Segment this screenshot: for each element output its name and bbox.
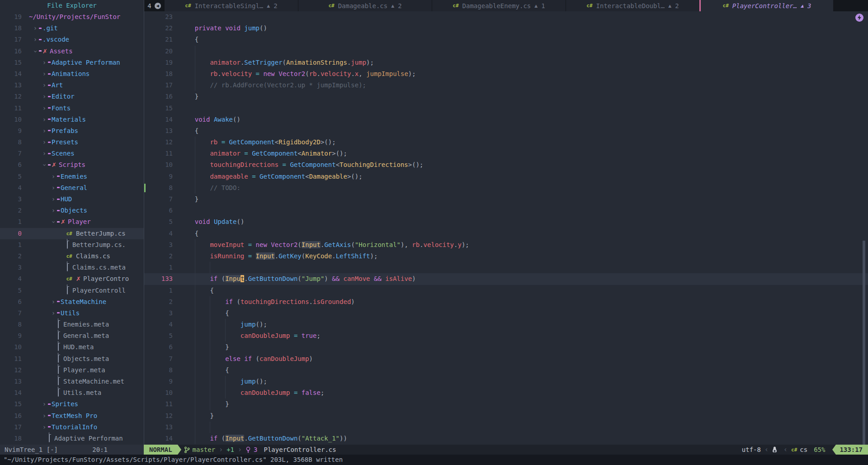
tree-item[interactable]: 6›✗Scripts bbox=[0, 159, 144, 171]
tab-damageable-cs[interactable]: c#Damageable.cs▲2 bbox=[298, 0, 432, 11]
tree-item[interactable]: 7›Utils bbox=[0, 308, 144, 319]
code-line[interactable]: 8 // TODO: bbox=[144, 182, 868, 194]
code-line[interactable]: 10 touchingDirections = GetComponent<Tou… bbox=[144, 159, 868, 171]
tree-item[interactable]: 12Player.meta bbox=[0, 365, 144, 376]
back-circle-icon[interactable]: ◀ bbox=[155, 3, 161, 9]
tree-item[interactable]: 15›Adaptive Performan bbox=[0, 57, 144, 68]
chevron-right-icon[interactable]: › bbox=[41, 80, 48, 91]
chevron-right-icon[interactable]: › bbox=[41, 91, 48, 102]
code-line[interactable]: 2 isRunning = Input.GetKey(KeyCode.LeftS… bbox=[144, 251, 868, 262]
code-line[interactable]: 3 { bbox=[144, 308, 868, 319]
chevron-right-icon[interactable]: › bbox=[41, 399, 48, 410]
tree-item[interactable]: 16›✗Assets bbox=[0, 46, 144, 57]
tree-item[interactable]: 17›.vscode bbox=[0, 34, 144, 45]
code-line[interactable]: 2 if (touchingDirections.isGrounded) bbox=[144, 296, 868, 308]
code-line[interactable]: 7 } bbox=[144, 194, 868, 205]
scrollbar-thumb[interactable] bbox=[863, 241, 865, 445]
tree-item[interactable]: 9›Prefabs bbox=[0, 125, 144, 137]
chevron-right-icon[interactable]: › bbox=[32, 23, 39, 34]
tree-item[interactable]: 13›Art bbox=[0, 80, 144, 91]
code-line[interactable]: 9 jump(); bbox=[144, 376, 868, 387]
code-line[interactable]: 133 if (Input.GetButtonDown("Jump") && c… bbox=[144, 273, 868, 285]
chevron-right-icon[interactable]: › bbox=[50, 296, 57, 308]
code-line[interactable]: 14 if (Input.GetButtonDown("Attack_1")) bbox=[144, 433, 868, 444]
chevron-right-icon[interactable]: › bbox=[41, 114, 48, 125]
tree-item[interactable]: 11›Fonts bbox=[0, 103, 144, 114]
code-line[interactable]: 4 { bbox=[144, 228, 868, 239]
tab-damageableenemy-cs[interactable]: c#DamageableEnemy.cs▲1 bbox=[432, 0, 566, 11]
assistant-lightning-icon[interactable] bbox=[855, 14, 863, 22]
tree-item[interactable]: 5PlayerControll bbox=[0, 285, 144, 296]
tree-item[interactable]: 15›Sprites bbox=[0, 399, 144, 410]
tree-item[interactable]: 4›General bbox=[0, 182, 144, 194]
code-line[interactable]: 7 else if (canDoubleJump) bbox=[144, 353, 868, 365]
tree-item[interactable]: 18Adaptive Performan bbox=[0, 433, 144, 444]
tree-item[interactable]: 3Claims.cs.meta bbox=[0, 262, 144, 273]
tab-interactabledoubl-[interactable]: c#InteractableDoubl…▲2 bbox=[566, 0, 699, 11]
chevron-right-icon[interactable]: › bbox=[41, 68, 48, 80]
code-line[interactable]: 1 { bbox=[144, 285, 868, 296]
chevron-right-icon[interactable]: › bbox=[41, 137, 48, 148]
tree-item[interactable]: 10HUD.meta bbox=[0, 342, 144, 353]
code-line[interactable]: 22 private void jump() bbox=[144, 23, 868, 34]
code-line[interactable]: 8 { bbox=[144, 365, 868, 376]
tab-playercontroller-[interactable]: c#PlayerController…▲3 bbox=[699, 0, 833, 11]
chevron-right-icon[interactable]: › bbox=[41, 57, 48, 68]
tree-item[interactable]: 1›✗Player bbox=[0, 216, 144, 228]
chevron-right-icon[interactable]: › bbox=[32, 34, 39, 45]
chevron-right-icon[interactable]: › bbox=[50, 308, 57, 319]
code-line[interactable]: 6 } bbox=[144, 342, 868, 353]
code-line[interactable]: 20 bbox=[144, 46, 868, 57]
tree-item[interactable]: 4c#✗PlayerContro bbox=[0, 273, 144, 285]
tree-item[interactable]: 18›.git bbox=[0, 23, 144, 34]
code-line[interactable]: 1 bbox=[144, 262, 868, 273]
code-line[interactable]: 23 bbox=[144, 11, 868, 23]
code-line[interactable]: 3 moveInput = new Vector2(Input.GetAxis(… bbox=[144, 239, 868, 251]
code-line[interactable]: 16 } bbox=[144, 91, 868, 102]
chevron-right-icon[interactable]: › bbox=[41, 125, 48, 137]
code-line[interactable]: 10 canDoubleJump = false; bbox=[144, 387, 868, 399]
code-line[interactable]: 21 { bbox=[144, 34, 868, 45]
code-line[interactable]: 18 rb.velocity = new Vector2(rb.velocity… bbox=[144, 68, 868, 80]
code-line[interactable]: 12 } bbox=[144, 410, 868, 422]
code-line[interactable]: 14 void Awake() bbox=[144, 114, 868, 125]
tree-item[interactable]: 7›Scenes bbox=[0, 148, 144, 159]
tree-item[interactable]: 2c#Claims.cs bbox=[0, 251, 144, 262]
code-line[interactable]: 4 jump(); bbox=[144, 319, 868, 330]
chevron-right-icon[interactable]: › bbox=[50, 171, 57, 182]
tree-item[interactable]: 12›Editor bbox=[0, 91, 144, 102]
code-line[interactable]: 15 bbox=[144, 103, 868, 114]
tree-item[interactable]: 11Objects.meta bbox=[0, 353, 144, 365]
tree-item[interactable]: 14Utils.meta bbox=[0, 387, 144, 399]
tree-item[interactable]: 6›StateMachine bbox=[0, 296, 144, 308]
code-line[interactable]: 11 } bbox=[144, 399, 868, 410]
chevron-right-icon[interactable]: › bbox=[41, 103, 48, 114]
code-line[interactable]: 13 bbox=[144, 422, 868, 433]
tree-item[interactable]: 0c#BetterJump.cs bbox=[0, 228, 144, 239]
tree-item[interactable]: 8Enemies.meta bbox=[0, 319, 144, 330]
chevron-right-icon[interactable]: › bbox=[41, 148, 48, 159]
chevron-right-icon[interactable]: › bbox=[41, 410, 48, 422]
tree-item[interactable]: 1BetterJump.cs. bbox=[0, 239, 144, 251]
code-line[interactable]: 6 bbox=[144, 205, 868, 216]
tab-interactablesingl-[interactable]: c#InteractableSingl…▲2 bbox=[164, 0, 298, 11]
code-editor[interactable]: 2322 private void jump()21 {2019 animato… bbox=[144, 11, 868, 445]
code-line[interactable]: 17 // rb.AddForce(Vector2.up * jumpImpul… bbox=[144, 80, 868, 91]
tree-item[interactable]: 5›Enemies bbox=[0, 171, 144, 182]
buffer-count-segment[interactable]: 4 ◀ bbox=[144, 0, 164, 11]
code-line[interactable]: 12 rb = GetComponent<Rigidbody2D>(); bbox=[144, 137, 868, 148]
tree-item[interactable]: 13StateMachine.met bbox=[0, 376, 144, 387]
code-line[interactable]: 13 { bbox=[144, 125, 868, 137]
window-separator[interactable] bbox=[144, 0, 144, 445]
tree-item[interactable]: 16›TextMesh Pro bbox=[0, 410, 144, 422]
tree-item[interactable]: 19~/Unity/Projects/FunStor bbox=[0, 11, 144, 23]
code-line[interactable]: 9 damageable = GetComponent<Damageable>(… bbox=[144, 171, 868, 182]
code-line[interactable]: 19 animator.SetTrigger(AnimationStrings.… bbox=[144, 57, 868, 68]
chevron-right-icon[interactable]: › bbox=[50, 205, 57, 216]
tree-item[interactable]: 3›HUD bbox=[0, 194, 144, 205]
tree-item[interactable]: 10›Materials bbox=[0, 114, 144, 125]
code-line[interactable]: 5 canDoubleJump = true; bbox=[144, 330, 868, 342]
tree-item[interactable]: 2›Objects bbox=[0, 205, 144, 216]
code-line[interactable]: 5 void Update() bbox=[144, 216, 868, 228]
tree-item[interactable]: 14›Animations bbox=[0, 68, 144, 80]
